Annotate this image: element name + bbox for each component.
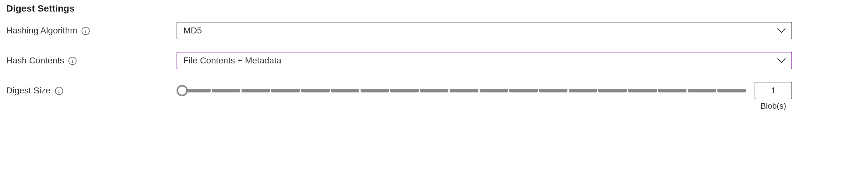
- slider-tick: [628, 89, 656, 92]
- hashing-algorithm-value: MD5: [183, 26, 202, 36]
- slider-tick: [539, 89, 567, 92]
- chevron-down-icon: [777, 28, 786, 33]
- slider-tick: [717, 89, 746, 92]
- slider-tick: [271, 89, 300, 92]
- digest-size-label-text: Digest Size: [6, 86, 51, 96]
- slider-tick: [390, 89, 419, 92]
- hashing-algorithm-dropdown[interactable]: MD5: [177, 22, 792, 39]
- hash-contents-label-text: Hash Contents: [6, 56, 64, 66]
- label-hashing-algorithm: Hashing Algorithm: [6, 22, 177, 39]
- label-hash-contents: Hash Contents: [6, 52, 177, 69]
- section-title: Digest Settings: [6, 3, 862, 14]
- slider-tick: [509, 89, 538, 92]
- slider-tick: [569, 89, 597, 92]
- row-digest-size: Digest Size 1 Blob(s): [6, 82, 862, 111]
- slider-tick: [688, 89, 716, 92]
- hash-contents-dropdown[interactable]: File Contents + Metadata: [177, 52, 792, 69]
- info-icon[interactable]: [82, 27, 90, 35]
- chevron-down-icon: [777, 58, 786, 63]
- hashing-algorithm-label-text: Hashing Algorithm: [6, 26, 77, 36]
- slider-tick: [658, 89, 686, 92]
- info-icon[interactable]: [55, 87, 63, 95]
- digest-size-value-text: 1: [771, 86, 776, 96]
- slider-tick: [598, 89, 627, 92]
- hash-contents-value: File Contents + Metadata: [183, 56, 281, 66]
- label-digest-size: Digest Size: [6, 82, 177, 99]
- info-icon[interactable]: [68, 57, 76, 65]
- slider-tick: [479, 89, 508, 92]
- digest-size-value-input[interactable]: 1: [754, 82, 792, 99]
- slider-tick: [212, 89, 240, 92]
- row-hash-contents: Hash Contents File Contents + Metadata: [6, 52, 862, 69]
- slider-tick: [450, 89, 478, 92]
- slider-tick: [420, 89, 448, 92]
- digest-settings-section: Digest Settings Hashing Algorithm MD5 Ha…: [0, 0, 868, 123]
- slider-track-bg: [182, 89, 746, 92]
- digest-size-unit: Blob(s): [761, 101, 786, 111]
- row-hashing-algorithm: Hashing Algorithm MD5: [6, 22, 862, 39]
- slider-tick: [361, 89, 389, 92]
- digest-size-slider[interactable]: [177, 85, 746, 96]
- slider-tick: [242, 89, 270, 92]
- slider-tick: [331, 89, 359, 92]
- slider-thumb[interactable]: [177, 85, 188, 96]
- slider-tick: [301, 89, 330, 92]
